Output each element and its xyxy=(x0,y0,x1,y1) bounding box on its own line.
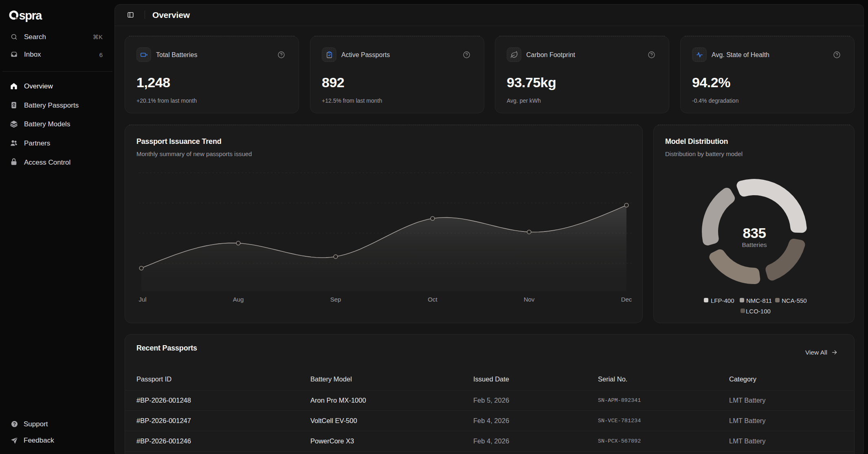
svg-text:Jul: Jul xyxy=(138,296,146,303)
svg-text:NMC-811: NMC-811 xyxy=(746,297,772,304)
svg-text:835: 835 xyxy=(743,225,766,241)
svg-text:Sep: Sep xyxy=(330,296,341,303)
svg-text:Oct: Oct xyxy=(428,296,437,303)
svg-text:spra: spra xyxy=(19,9,43,22)
svg-text:NCA-550: NCA-550 xyxy=(782,297,807,304)
svg-text:Aug: Aug xyxy=(233,296,244,303)
svg-text:Dec: Dec xyxy=(621,296,632,303)
svg-text:Nov: Nov xyxy=(524,296,535,303)
svg-text:Batteries: Batteries xyxy=(742,241,767,248)
svg-text:LCO-100: LCO-100 xyxy=(746,308,771,315)
svg-text:LFP-400: LFP-400 xyxy=(711,297,734,304)
